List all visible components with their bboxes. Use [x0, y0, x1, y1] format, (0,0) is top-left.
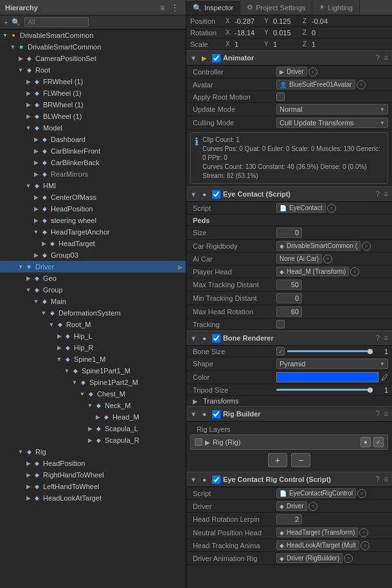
driver-anim-circle[interactable]: ○	[344, 554, 353, 563]
tripod-size-thumb[interactable]	[368, 388, 373, 393]
neutral-position-head-ref[interactable]: ◆ HeadTarget (Transform)	[276, 528, 358, 537]
tripod-size-value[interactable]: 1	[375, 386, 388, 394]
rot-x-value[interactable]: -18.14	[235, 29, 262, 37]
avatar-ref[interactable]: 👤 BlueSuitFree01Avatar	[276, 80, 355, 89]
animator-header[interactable]: ▼ ▶ Animator ? ≡	[186, 50, 392, 66]
size-value[interactable]: 0	[276, 227, 302, 238]
culling-mode-dropdown[interactable]: Cull Update Transforms ▼	[276, 118, 388, 128]
tree-item-brwheel[interactable]: ▶ ◆ BRWheel (1)	[0, 99, 186, 111]
tree-item-spine1part1-m[interactable]: ▼ ◆ Spine1Part1_M	[0, 365, 186, 377]
pos-x-value[interactable]: -0.287	[235, 17, 262, 25]
eye-contact-header[interactable]: ▼ ● Eye Contact (Script) ? ≡	[186, 186, 392, 202]
add-rig-layer-button[interactable]: +	[268, 453, 287, 467]
max-tracking-dist-value[interactable]: 50	[276, 280, 302, 290]
driver-animation-rig-ref[interactable]: ◆ Driver (RigBuilder)	[276, 553, 343, 563]
bone-size-slider[interactable]: 1	[276, 347, 388, 355]
rot-z-value[interactable]: 0	[312, 29, 339, 37]
tree-item-driver[interactable]: ▼ ■ Driver ▶	[0, 261, 186, 272]
tree-item-righthandtowheel[interactable]: ▶ ◆ RightHandToWheel	[0, 469, 186, 481]
tree-item-headtargetanchor[interactable]: ▼ ◆ HeadTargetAnchor	[0, 226, 186, 238]
hierarchy-lock-icon[interactable]: ⋮	[169, 3, 181, 13]
animator-enabled-checkbox[interactable]	[212, 54, 220, 62]
hierarchy-search[interactable]	[24, 17, 89, 27]
avatar-ref-circle[interactable]: ○	[357, 80, 366, 89]
eye-contact-rig-help-icon[interactable]: ?	[375, 475, 380, 484]
rigidbody-ref-circle[interactable]: ○	[362, 242, 371, 251]
hierarchy-menu-icon[interactable]: ≡	[158, 3, 166, 13]
min-tracking-dist-value[interactable]: 0	[276, 293, 302, 303]
apply-root-motion-checkbox[interactable]	[276, 93, 285, 101]
tree-item-headposition-rig[interactable]: ▶ ◆ HeadPosition	[0, 458, 186, 469]
tree-item-head-m[interactable]: ▶ ◆ Head_M	[0, 411, 186, 423]
head-tracking-anim-ref[interactable]: ◆ HeadLookAtTarget (Mult	[276, 540, 359, 550]
rig-script-ref[interactable]: 📄 EyeContactRigControl	[276, 488, 356, 498]
tab-project-settings[interactable]: ⚙ Project Settings	[240, 0, 312, 15]
eye-contact-script-ref[interactable]: 📄 EyeContact	[276, 203, 326, 213]
tree-item-frwheel[interactable]: ▶ ◆ FRWheel (1)	[0, 76, 186, 87]
tree-item-drivablesmartcommon[interactable]: ▼ ■ DrivableSmartCommon	[0, 41, 186, 53]
tree-item-group[interactable]: ▼ ◆ Group	[0, 284, 186, 296]
neutral-head-circle[interactable]: ○	[359, 528, 368, 537]
rig-layer-select-btn[interactable]: ●	[361, 437, 371, 447]
tree-item-headtarget[interactable]: ▶ ◆ HeadTarget	[0, 238, 186, 249]
tree-item-scapula-l[interactable]: ▶ ◆ Scapula_L	[0, 423, 186, 434]
bone-renderer-header[interactable]: ▼ ● Bone Renderer ? ≡	[186, 330, 392, 346]
tree-item-model[interactable]: ▼ ◆ Model	[0, 122, 186, 134]
max-head-rotation-value[interactable]: 60	[276, 307, 302, 317]
tree-item-main[interactable]: ▼ ◆ Main	[0, 296, 186, 307]
pos-y-value[interactable]: 0.125	[273, 17, 300, 25]
rig-builder-enabled-checkbox[interactable]	[212, 410, 220, 418]
car-rigidbody-ref[interactable]: ◆ DrivableSmartCommon (	[276, 241, 361, 251]
tree-item-centerofmass[interactable]: ▶ ◆ CenterOfMass	[0, 192, 186, 203]
tripod-size-slider[interactable]: 1	[276, 386, 388, 394]
tree-item-carblinkerfront[interactable]: ▶ ◆ CarBlinkerFront	[0, 145, 186, 157]
rig-script-circle[interactable]: ○	[357, 489, 366, 498]
controller-ref[interactable]: ▶ Driver	[276, 67, 307, 76]
rig-builder-settings-icon[interactable]: ≡	[384, 409, 388, 418]
tree-item-spine1part2-m[interactable]: ▼ ◆ Spine1Part2_M	[0, 377, 186, 388]
tree-item-scapula-r[interactable]: ▶ ◆ Scapula_R	[0, 434, 186, 446]
color-picker[interactable]	[276, 372, 379, 382]
script-ref-circle[interactable]: ○	[327, 204, 336, 213]
scale-y-value[interactable]: 1	[273, 40, 300, 48]
tree-item-dashboard[interactable]: ▶ ◆ Dashboard	[0, 134, 186, 145]
bone-renderer-help-icon[interactable]: ?	[375, 334, 380, 343]
tree-item-group03[interactable]: ▶ ◆ Group03	[0, 249, 186, 261]
rig-driver-ref[interactable]: ◆ Driver	[276, 501, 307, 511]
player-head-ref-circle[interactable]: ○	[350, 267, 359, 276]
scale-x-value[interactable]: 1	[235, 40, 262, 48]
color-picker-icon[interactable]: 🖊	[381, 373, 388, 381]
player-head-ref[interactable]: ◆ Head_M (Transform)	[276, 267, 349, 276]
head-tracking-circle[interactable]: ○	[361, 541, 370, 550]
update-mode-dropdown[interactable]: Normal ▼	[276, 104, 388, 114]
bone-renderer-enabled-checkbox[interactable]	[212, 334, 220, 343]
tree-item-blwheel[interactable]: ▶ ◆ BLWheel (1)	[0, 111, 186, 122]
tree-item-hip-l[interactable]: ▶ ◆ Hip_L	[0, 330, 186, 342]
scale-z-value[interactable]: 1	[312, 40, 339, 48]
controller-ref-circle[interactable]: ○	[308, 67, 317, 76]
eye-contact-rig-settings-icon[interactable]: ≡	[384, 475, 388, 484]
rot-y-value[interactable]: 0.015	[273, 29, 300, 37]
bone-size-checkbox[interactable]	[276, 347, 285, 355]
shape-dropdown[interactable]: Pyramid ▼	[276, 359, 388, 369]
tree-item-headposition[interactable]: ▶ ◆ HeadPosition	[0, 203, 186, 215]
tree-item-steeringwheel[interactable]: ▶ ◆ steering wheel	[0, 215, 186, 226]
tree-item-camerapositionset[interactable]: ▶ ◆ CameraPositionSet	[0, 53, 186, 64]
tab-lighting[interactable]: ☀ Lighting	[312, 0, 360, 15]
tree-item-root-m[interactable]: ▼ ◆ Root_M	[0, 319, 186, 330]
tab-inspector[interactable]: 🔍 Inspector	[186, 0, 240, 15]
tree-item-carblinkerback[interactable]: ▶ ◆ CarBlinkerBack	[0, 157, 186, 168]
pos-z-value[interactable]: -0.04	[312, 17, 339, 25]
rig-builder-header[interactable]: ▼ ● Rig Builder ? ≡	[186, 406, 392, 422]
tree-item-hmi[interactable]: ▼ ◆ HMI	[0, 180, 186, 192]
head-rotation-lerpin-value[interactable]: 2	[276, 514, 302, 524]
tree-item-root[interactable]: ▼ ◆ Root	[0, 64, 186, 76]
eye-contact-enabled-checkbox[interactable]	[212, 190, 220, 199]
bone-size-thumb[interactable]	[368, 349, 373, 354]
tree-item-spine1-m[interactable]: ▼ ◆ Spine1_M	[0, 353, 186, 365]
tree-item-rig[interactable]: ▼ ◆ Rig	[0, 446, 186, 458]
eye-contact-rig-header[interactable]: ▼ ● Eye Contact Rig Control (Script) ? ≡	[186, 472, 392, 487]
eye-contact-help-icon[interactable]: ?	[375, 190, 380, 199]
rig-driver-circle[interactable]: ○	[308, 502, 317, 511]
ai-car-ref-circle[interactable]: ○	[323, 254, 332, 263]
